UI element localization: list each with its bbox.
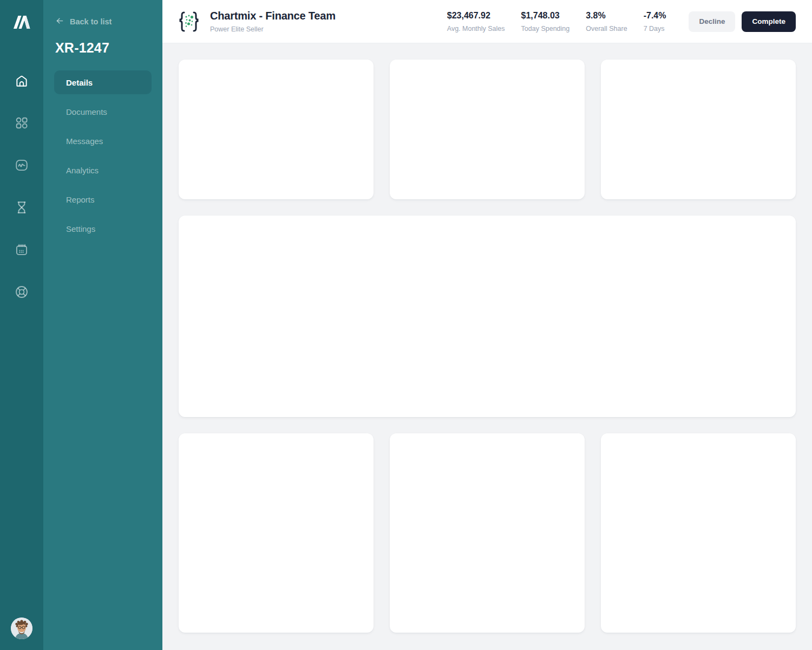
stat-7-days: -7.4% 7 Days xyxy=(644,11,666,32)
detail-card-2 xyxy=(390,433,585,633)
record-nav-panel: Back to list XR-1247 Details Documents M… xyxy=(43,0,162,650)
activity-icon[interactable] xyxy=(15,158,29,172)
record-id-title: XR-1247 xyxy=(55,40,152,56)
header-stats-actions: $23,467.92 Avg. Monthly Sales $1,748.03 … xyxy=(447,11,796,32)
summary-card-1 xyxy=(179,60,374,199)
stat-label: Overall Share xyxy=(586,25,627,32)
back-to-list-link[interactable]: Back to list xyxy=(54,16,152,27)
stat-label: 7 Days xyxy=(644,25,666,32)
page-subtitle: Power Elite Seller xyxy=(210,25,336,33)
complete-button[interactable]: Complete xyxy=(742,11,796,32)
nav-item-settings[interactable]: Settings xyxy=(54,217,152,240)
page-title: Chartmix - Finance Team xyxy=(210,10,336,22)
stat-overall-share: 3.8% Overall Share xyxy=(586,11,627,32)
calendar-icon[interactable] xyxy=(15,243,29,257)
nav-item-documents[interactable]: Documents xyxy=(54,100,152,123)
stat-value: -7.4% xyxy=(644,11,666,21)
stat-avg-monthly-sales: $23,467.92 Avg. Monthly Sales xyxy=(447,11,505,32)
main-detail-card xyxy=(179,216,796,417)
stat-value: $23,467.92 xyxy=(447,11,505,21)
nav-item-analytics[interactable]: Analytics xyxy=(54,158,152,182)
lifebuoy-icon[interactable] xyxy=(15,285,29,299)
stat-label: Avg. Monthly Sales xyxy=(447,25,505,32)
nav-item-reports[interactable]: Reports xyxy=(54,187,152,211)
user-avatar[interactable] xyxy=(11,618,32,639)
hourglass-icon[interactable] xyxy=(15,200,29,214)
braces-scatter-logo xyxy=(179,10,199,33)
rail-nav xyxy=(15,74,29,299)
dashboard-card-grid xyxy=(162,43,812,650)
summary-card-2 xyxy=(390,60,585,199)
detail-card-1 xyxy=(179,433,374,633)
icon-rail xyxy=(0,0,43,650)
header-actions: Decline Complete xyxy=(689,11,796,32)
main-area: Chartmix - Finance Team Power Elite Sell… xyxy=(162,0,812,650)
page-header: Chartmix - Finance Team Power Elite Sell… xyxy=(162,0,812,43)
home-icon[interactable] xyxy=(15,74,29,88)
record-nav: Details Documents Messages Analytics Rep… xyxy=(54,70,152,240)
back-to-list-label: Back to list xyxy=(70,17,112,26)
stat-today-spending: $1,748.03 Today Spending xyxy=(521,11,570,32)
stat-label: Today Spending xyxy=(521,25,570,32)
stat-value: $1,748.03 xyxy=(521,11,570,21)
entity-brand: Chartmix - Finance Team Power Elite Sell… xyxy=(179,10,336,33)
arrow-left-icon xyxy=(55,16,64,27)
brand-m-logo xyxy=(11,12,32,34)
nav-item-details[interactable]: Details xyxy=(54,70,152,94)
decline-button[interactable]: Decline xyxy=(689,11,735,32)
summary-card-3 xyxy=(601,60,796,199)
grid-icon[interactable] xyxy=(15,116,29,130)
stat-value: 3.8% xyxy=(586,11,627,21)
nav-item-messages[interactable]: Messages xyxy=(54,129,152,153)
detail-card-3 xyxy=(601,433,796,633)
